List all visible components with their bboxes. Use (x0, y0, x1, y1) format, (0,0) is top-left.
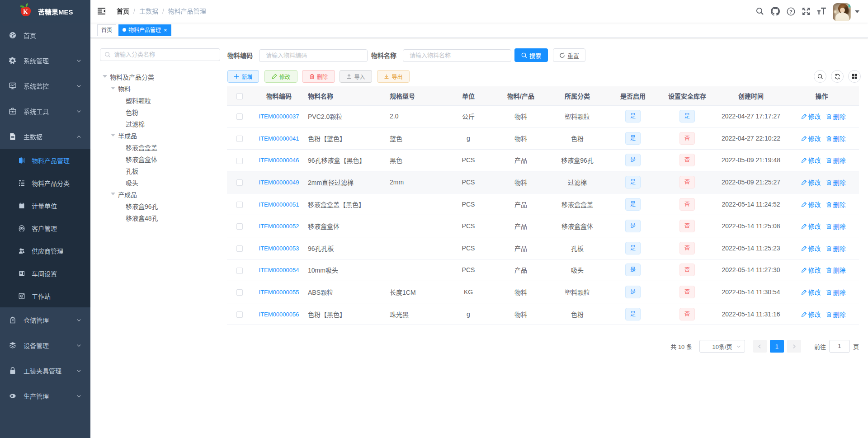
svg-text:K: K (23, 9, 28, 15)
svg-text:?: ? (789, 9, 792, 14)
